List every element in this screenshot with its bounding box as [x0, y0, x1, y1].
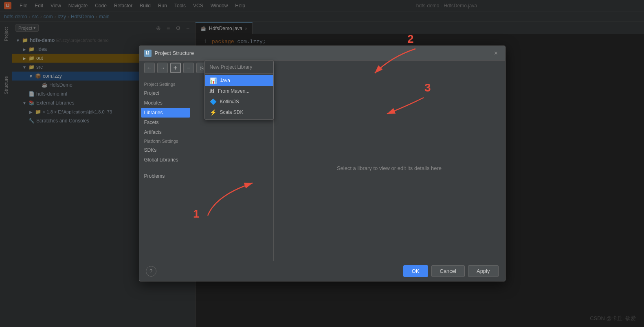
dropdown-item-maven[interactable]: M From Maven...: [205, 86, 273, 96]
maven-icon: M: [210, 88, 215, 94]
dropdown-item-scala[interactable]: ⚡ Scala SDK: [205, 107, 273, 118]
dropdown-item-label: Scala SDK: [220, 109, 244, 115]
dialog-icon: IJ: [144, 50, 152, 57]
new-library-dropdown: New Project Library 📊 Java M From Maven.…: [204, 61, 274, 120]
nav-item-problems[interactable]: Problems: [139, 171, 192, 181]
dropdown-item-label: Kotlin/JS: [220, 99, 239, 105]
remove-button[interactable]: −: [183, 63, 194, 73]
dropdown-item-kotlin[interactable]: 🔷 Kotlin/JS: [205, 96, 273, 107]
dialog-body: ← → + − ⎘ Project Settings Project Modul…: [139, 61, 505, 281]
add-button[interactable]: +: [170, 63, 181, 73]
dialog-toolbar: ← → + − ⎘: [139, 61, 505, 75]
project-structure-dialog: IJ Project Structure × ← → + − ⎘ Project…: [139, 46, 506, 281]
project-settings-label: Project Settings: [139, 80, 192, 88]
library-detail: Select a library to view or edit its det…: [274, 75, 505, 261]
scala-icon: ⚡: [210, 109, 217, 116]
dialog-footer: ? OK Cancel Apply: [139, 261, 505, 281]
dialog-content: Project Settings Project Modules Librari…: [139, 75, 505, 261]
nav-item-project[interactable]: Project: [139, 88, 192, 98]
dialog-titlebar: IJ Project Structure ×: [139, 46, 505, 61]
nav-item-modules[interactable]: Modules: [139, 98, 192, 108]
dialog-sidebar: Project Settings Project Modules Librari…: [139, 75, 192, 261]
nav-item-global-libs[interactable]: Global Libraries: [139, 155, 192, 165]
help-button[interactable]: ?: [146, 266, 156, 277]
dialog-close-button[interactable]: ×: [492, 49, 500, 57]
platform-settings-label: Platform Settings: [139, 137, 192, 145]
dialog-title: Project Structure: [155, 50, 492, 56]
back-button[interactable]: ←: [144, 63, 155, 73]
nav-item-libraries[interactable]: Libraries: [141, 108, 190, 118]
cancel-button[interactable]: Cancel: [431, 265, 465, 277]
dropdown-header: New Project Library: [205, 63, 273, 74]
dropdown-item-label: From Maven...: [218, 88, 249, 94]
nav-item-artifacts[interactable]: Artifacts: [139, 127, 192, 137]
modal-overlay: IJ Project Structure × ← → + − ⎘ Project…: [0, 0, 644, 327]
nav-item-facets[interactable]: Facets: [139, 118, 192, 127]
nav-item-sdks[interactable]: SDKs: [139, 145, 192, 155]
ok-button[interactable]: OK: [403, 265, 428, 277]
apply-button[interactable]: Apply: [468, 265, 499, 277]
kotlin-icon: 🔷: [210, 98, 217, 105]
detail-placeholder-text: Select a library to view or edit its det…: [337, 165, 442, 171]
forward-button[interactable]: →: [157, 63, 168, 73]
annotation-2: 2: [407, 33, 414, 46]
dropdown-item-label: Java: [220, 78, 230, 83]
dropdown-item-java[interactable]: 📊 Java: [205, 75, 273, 86]
java-lib-icon: 📊: [210, 77, 217, 84]
